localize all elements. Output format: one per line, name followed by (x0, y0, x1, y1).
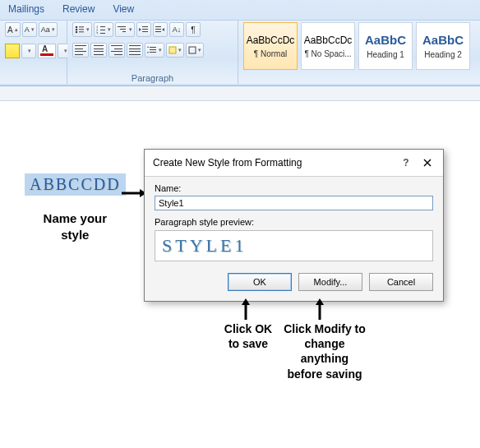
style-preview-text: STYLE1 (162, 235, 247, 256)
svg-rect-1 (79, 26, 84, 27)
style-tile-0[interactable]: AaBbCcDc¶ Normal (243, 22, 298, 70)
svg-point-2 (76, 29, 78, 31)
dialog-title: Create New Style from Formatting (153, 157, 395, 169)
svg-rect-28 (169, 47, 176, 53)
borders-icon (188, 46, 196, 54)
ribbon-tabs: Mailings Review View (0, 0, 480, 20)
tab-review[interactable]: Review (62, 3, 95, 15)
svg-rect-9 (100, 30, 105, 30)
multilevel-icon (118, 25, 127, 34)
style-tile-preview: AaBbC (422, 33, 464, 47)
svg-rect-16 (142, 29, 148, 30)
svg-rect-11 (100, 33, 105, 34)
bullets-icon (75, 25, 85, 34)
svg-marker-18 (139, 28, 141, 31)
svg-rect-20 (155, 29, 161, 30)
svg-marker-35 (242, 298, 250, 305)
ok-button[interactable]: OK (228, 273, 292, 291)
bullets-button[interactable]: ▾ (72, 22, 92, 37)
svg-marker-27 (147, 52, 149, 53)
help-button[interactable]: ? (395, 155, 417, 171)
svg-rect-7 (100, 26, 105, 27)
arrow-to-ok (240, 298, 252, 320)
svg-text:3: 3 (96, 31, 99, 34)
style-name-input[interactable] (155, 196, 433, 210)
font-color-button[interactable]: A (38, 44, 56, 58)
increase-indent-button[interactable] (153, 22, 168, 37)
justify-icon (129, 45, 141, 55)
annotation-name-your-style: Name your style (25, 210, 126, 244)
annotation-click-modify: Click Modify to change anything before s… (279, 321, 370, 381)
highlight-color-dropdown[interactable]: ▾ (21, 44, 36, 58)
decrease-indent-button[interactable] (136, 22, 151, 37)
show-hide-marks-button[interactable]: ¶ (186, 22, 201, 37)
svg-rect-17 (142, 31, 148, 32)
borders-button[interactable]: ▾ (186, 43, 204, 58)
style-tile-3[interactable]: AaBbCHeading 2 (416, 22, 470, 70)
align-center-button[interactable] (90, 43, 107, 58)
svg-rect-5 (79, 31, 84, 32)
tab-view[interactable]: View (113, 3, 134, 15)
cancel-button[interactable]: Cancel (369, 273, 433, 291)
style-tile-2[interactable]: AaBbCHeading 1 (358, 22, 413, 70)
numbering-button[interactable]: 123 ▾ (94, 22, 113, 37)
style-tile-preview: AaBbCcDc (304, 35, 353, 46)
close-button[interactable] (417, 155, 438, 171)
style-tile-1[interactable]: AaBbCcDc¶ No Spaci... (301, 22, 355, 70)
svg-rect-15 (142, 26, 148, 27)
close-icon (423, 159, 432, 167)
ribbon-group-font: A▴ A▾ Aa▾ ▾ A ▾ (0, 21, 67, 84)
document-page: ABBCCDD Name your style Create New Style… (0, 101, 480, 448)
modify-button[interactable]: Modify... (298, 273, 362, 291)
annotation-click-ok: Click OK to save (215, 321, 281, 351)
numbering-icon: 123 (96, 25, 106, 34)
align-left-button[interactable] (72, 43, 89, 58)
paragraph-group-label: Paragraph (72, 72, 233, 84)
preview-label: Paragraph style preview: (155, 217, 433, 227)
svg-marker-37 (316, 298, 324, 305)
svg-marker-22 (162, 28, 164, 31)
grow-font-button[interactable]: A▴ (5, 22, 21, 37)
selected-text[interactable]: ABBCCDD (25, 173, 126, 196)
svg-rect-24 (150, 49, 156, 50)
ribbon-group-styles: AaBbCcDc¶ NormalAaBbCcDc¶ No Spaci...AaB… (238, 21, 480, 84)
line-spacing-button[interactable]: ▾ (145, 43, 164, 58)
highlight-color-button[interactable] (5, 44, 20, 58)
svg-rect-25 (150, 52, 156, 53)
align-center-icon (93, 45, 104, 55)
style-tile-label: Heading 2 (424, 50, 462, 59)
shading-button[interactable]: ▾ (166, 43, 184, 58)
svg-rect-12 (118, 26, 126, 27)
style-preview-box: STYLE1 (155, 230, 433, 261)
shading-icon (168, 46, 177, 54)
dialog-titlebar: Create New Style from Formatting ? (145, 150, 443, 177)
decrease-indent-icon (139, 25, 149, 34)
style-tile-preview: AaBbC (365, 33, 406, 47)
svg-rect-19 (155, 26, 161, 27)
ruler (0, 86, 480, 101)
justify-button[interactable] (127, 43, 143, 58)
svg-rect-29 (189, 47, 196, 53)
svg-marker-26 (147, 46, 149, 48)
name-label: Name: (155, 183, 433, 193)
align-right-icon (111, 45, 122, 55)
tab-mailings[interactable]: Mailings (8, 3, 44, 15)
align-left-icon (75, 45, 86, 55)
line-spacing-icon (147, 46, 157, 54)
svg-point-4 (76, 31, 78, 34)
shrink-font-button[interactable]: A▾ (22, 22, 37, 37)
style-tile-label: Heading 1 (367, 50, 404, 59)
multilevel-list-button[interactable]: ▾ (115, 22, 135, 37)
sort-button[interactable]: A↓ (169, 22, 184, 37)
svg-rect-21 (155, 31, 161, 32)
ribbon: Mailings Review View A▴ A▾ Aa▾ ▾ A ▾ (0, 0, 480, 86)
svg-rect-3 (79, 29, 84, 30)
arrow-to-name-field (122, 187, 146, 199)
align-right-button[interactable] (108, 43, 125, 58)
style-tile-preview: AaBbCcDc (247, 35, 295, 46)
svg-point-0 (76, 26, 78, 29)
change-case-button[interactable]: Aa▾ (39, 22, 58, 37)
style-tile-label: ¶ No Spaci... (304, 49, 351, 58)
svg-rect-14 (122, 31, 126, 32)
ribbon-group-paragraph: ▾ 123 ▾ ▾ A↓ (67, 21, 238, 84)
